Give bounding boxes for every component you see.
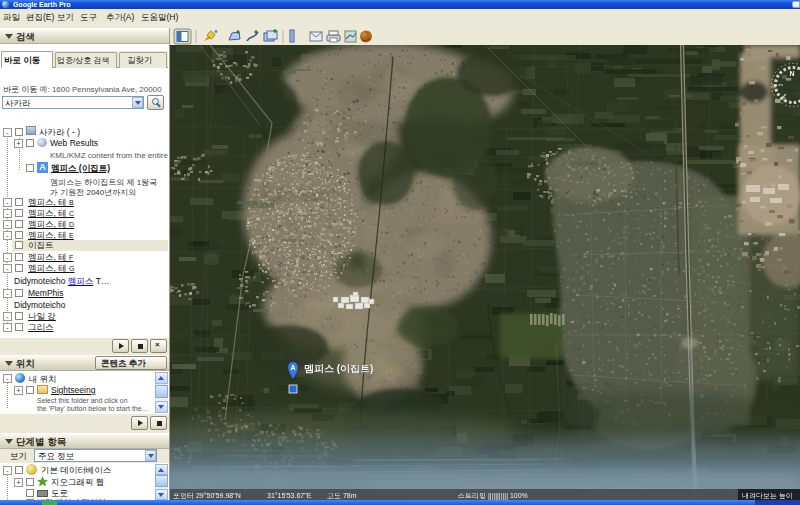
- svg-text:내려다보는 높이: 내려다보는 높이: [742, 492, 793, 499]
- svg-text:A: A: [290, 364, 295, 371]
- svg-text:N: N: [789, 70, 794, 77]
- svg-text:멤피스 (이집트): 멤피스 (이집트): [304, 363, 373, 374]
- svg-text:포인터 29°50'59.98"N: 포인터 29°50'59.98"N: [173, 492, 241, 499]
- svg-text:고도 78m: 고도 78m: [327, 492, 357, 499]
- svg-text:31°15'53.67"E: 31°15'53.67"E: [267, 492, 312, 499]
- svg-text:스트리밍 ||||||||||| 100%: 스트리밍 ||||||||||| 100%: [458, 492, 528, 500]
